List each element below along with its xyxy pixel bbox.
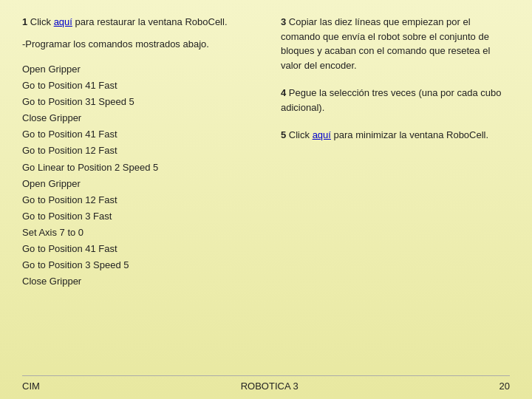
footer-left: CIM: [22, 381, 40, 392]
command-item: Go to Position 31 Speed 5: [22, 94, 251, 110]
step1-text-before: Click: [27, 16, 53, 27]
step3-text: Copiar las diez líneas que empiezan por …: [281, 16, 490, 71]
command-item: Go to Position 3 Speed 5: [22, 257, 251, 273]
step5-link[interactable]: aquí: [313, 129, 331, 140]
footer-right: 20: [499, 381, 510, 392]
step3-number: 3: [281, 16, 286, 27]
command-item: Go to Position 3 Fast: [22, 208, 251, 225]
command-item: Open Gripper: [22, 61, 251, 78]
command-item: Go to Position 41 Fast: [22, 126, 251, 143]
command-item: Go Linear to Position 2 Speed 5: [22, 160, 251, 176]
command-item: Go to Position 12 Fast: [22, 143, 251, 159]
command-item: Go to Position 41 Fast: [22, 78, 251, 94]
command-item: Close Gripper: [22, 273, 251, 290]
step3-section: 3 Copiar las diez líneas que empiezan po…: [281, 15, 510, 72]
command-item: Open Gripper: [22, 176, 251, 192]
step5-section: 5 Click aquí para minimizar la ventana R…: [281, 128, 510, 143]
left-column: 1 Click aquí para restaurar la ventana R…: [22, 15, 259, 368]
step1-intro: 1 Click aquí para restaurar la ventana R…: [22, 15, 251, 30]
commands-list: Open GripperGo to Position 41 FastGo to …: [22, 61, 251, 290]
command-item: Close Gripper: [22, 110, 251, 126]
main-content: 1 Click aquí para restaurar la ventana R…: [22, 15, 510, 368]
step1-text-after: para restaurar la ventana RoboCell.: [72, 16, 228, 27]
right-column: 3 Copiar las diez líneas que empiezan po…: [273, 15, 510, 368]
page-container: 1 Click aquí para restaurar la ventana R…: [0, 0, 532, 399]
step5-text-before: Click: [286, 129, 312, 140]
command-item: Go to Position 12 Fast: [22, 192, 251, 208]
step4-text: Pegue la selección tres veces (una por c…: [281, 87, 501, 113]
step1-link[interactable]: aquí: [54, 16, 72, 27]
step5-text-after: para minimizar la ventana RoboCell.: [331, 129, 488, 140]
command-item: Go to Position 41 Fast: [22, 241, 251, 257]
footer-center: ROBOTICA 3: [241, 381, 299, 392]
step4-number: 4: [281, 87, 286, 98]
step4-section: 4 Pegue la selección tres veces (una por…: [281, 86, 510, 115]
footer: CIM ROBOTICA 3 20: [22, 375, 510, 392]
programar-text: -Programar los comandos mostrados abajo.: [22, 37, 251, 52]
command-item: Set Axis 7 to 0: [22, 225, 251, 241]
